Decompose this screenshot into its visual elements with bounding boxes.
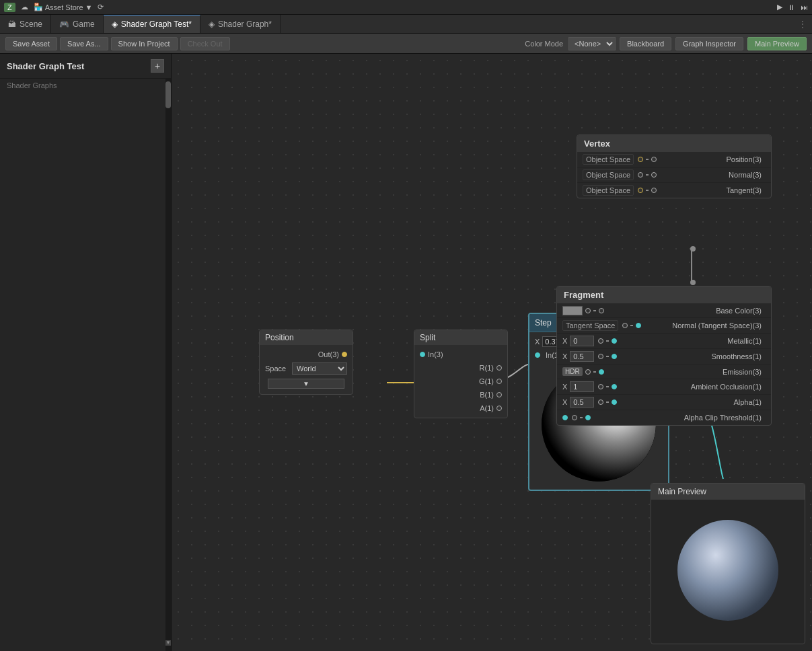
split-g-port[interactable] bbox=[496, 379, 502, 384]
vertex-position-row: Object Space Position(3) bbox=[577, 152, 771, 167]
split-node-body: In(3) R(1) G(1) B(1) A(1) bbox=[414, 345, 507, 418]
vertex-normal-port[interactable] bbox=[651, 172, 657, 178]
color-mode-select[interactable]: <None> bbox=[568, 37, 616, 50]
vertex-normal-space-label: Object Space bbox=[583, 169, 634, 180]
step-in-port[interactable] bbox=[535, 352, 540, 358]
fragment-normal-label: Normal (Tangent Space)(3) bbox=[641, 321, 766, 330]
fragment-smoothness-input[interactable] bbox=[570, 351, 594, 362]
asset-store-button[interactable]: 🏪 Asset Store ▼ bbox=[34, 3, 93, 11]
split-b-port[interactable] bbox=[496, 392, 502, 397]
fragment-alpha-clip-port-left[interactable] bbox=[572, 415, 577, 420]
fragment-metallic-port-left[interactable] bbox=[598, 338, 603, 344]
vertex-tangent-row: Object Space Tangent(3) bbox=[577, 183, 771, 198]
split-a-port[interactable] bbox=[496, 406, 502, 411]
vertex-tangent-port[interactable] bbox=[651, 188, 657, 193]
vertex-position-port-yellow[interactable] bbox=[638, 157, 643, 162]
fragment-metallic-port-line bbox=[598, 338, 617, 344]
fragment-normal-port-left[interactable] bbox=[622, 323, 628, 328]
fragment-smoothness-port-left[interactable] bbox=[598, 354, 603, 359]
fragment-alpha-port-line bbox=[598, 399, 617, 405]
vertex-fragment-connector bbox=[691, 249, 692, 282]
fragment-alpha-port[interactable] bbox=[612, 399, 617, 405]
fragment-alpha-clip-port[interactable] bbox=[585, 415, 591, 420]
fragment-metallic-wire bbox=[606, 340, 609, 342]
position-dropdown-row: ▼ bbox=[260, 376, 353, 391]
graph-canvas[interactable]: Position Out(3) Space World Object View bbox=[172, 54, 812, 651]
fragment-ao-port[interactable] bbox=[612, 384, 617, 389]
split-in-port[interactable] bbox=[420, 352, 425, 357]
sidebar-add-button[interactable]: + bbox=[151, 59, 164, 73]
blackboard-button[interactable]: Blackboard bbox=[620, 37, 671, 50]
fragment-ao-x-label: X bbox=[562, 383, 567, 391]
collab-button[interactable]: ⟳ bbox=[98, 3, 104, 11]
sidebar-scroll-down-arrow[interactable]: ▼ bbox=[165, 640, 171, 646]
fragment-base-color-swatch[interactable] bbox=[562, 306, 583, 315]
save-as-button[interactable]: Save As... bbox=[60, 37, 108, 50]
fragment-base-color-port-left[interactable] bbox=[585, 308, 591, 313]
fragment-emission-label: Emission(3) bbox=[604, 368, 766, 376]
main-preview-button[interactable]: Main Preview bbox=[747, 37, 807, 50]
tab-scene-label: Scene bbox=[20, 20, 42, 29]
tab-shader-graph-test[interactable]: ◈ Shader Graph Test* bbox=[104, 15, 200, 33]
fragment-alpha-label: Alpha(1) bbox=[617, 398, 766, 406]
tabbar-more[interactable]: ⋮ bbox=[793, 15, 812, 33]
play-button[interactable]: ▶ bbox=[777, 3, 782, 11]
sidebar-subtitle: Shader Graphs bbox=[0, 79, 171, 92]
fragment-emission-port-left[interactable] bbox=[585, 369, 591, 375]
vertex-tangent-wire bbox=[646, 190, 649, 191]
split-r-port[interactable] bbox=[496, 365, 502, 371]
fragment-normal-port[interactable] bbox=[636, 323, 641, 328]
vertex-tangent-port-yellow[interactable] bbox=[638, 188, 643, 193]
vertex-connector-dot-top bbox=[690, 246, 696, 252]
position-space-select[interactable]: World Object View bbox=[292, 362, 347, 375]
fragment-alpha-port-left[interactable] bbox=[598, 399, 603, 405]
split-in-label: In(3) bbox=[428, 350, 499, 358]
position-expand-button[interactable]: ▼ bbox=[268, 379, 344, 389]
fragment-alpha-row: X Alpha(1) bbox=[557, 395, 771, 410]
asset-store-label: Asset Store bbox=[45, 3, 83, 11]
sidebar-header: Shader Graph Test + bbox=[0, 54, 171, 79]
fragment-metallic-port[interactable] bbox=[612, 338, 617, 344]
fragment-alpha-clip-row: Alpha Clip Threshold(1) bbox=[557, 410, 771, 425]
fragment-ao-label: Ambient Occlusion(1) bbox=[617, 383, 766, 391]
fragment-emission-row: HDR Emission(3) bbox=[557, 365, 771, 379]
fragment-normal-port-line bbox=[622, 323, 641, 328]
position-node-title: Position bbox=[265, 333, 294, 342]
fragment-base-color-port[interactable] bbox=[599, 308, 604, 313]
game-icon: 🎮 bbox=[59, 20, 69, 29]
tab-game[interactable]: 🎮 Game bbox=[51, 15, 104, 33]
position-space-label: Space bbox=[265, 365, 292, 373]
main-layout: Shader Graph Test + Shader Graphs ▼ bbox=[0, 54, 812, 651]
vertex-normal-port-left[interactable] bbox=[638, 172, 643, 178]
vertex-position-port[interactable] bbox=[651, 157, 657, 162]
tab-scene[interactable]: 🏔 Scene bbox=[0, 15, 51, 33]
fragment-ao-port-left[interactable] bbox=[598, 384, 603, 389]
step-button[interactable]: ⏭ bbox=[801, 3, 808, 11]
fragment-alpha-clip-wire bbox=[580, 417, 583, 418]
position-out-port[interactable] bbox=[342, 352, 347, 357]
fragment-emission-port[interactable] bbox=[599, 369, 604, 375]
save-asset-button[interactable]: Save Asset bbox=[5, 37, 57, 50]
split-b-label: B(1) bbox=[422, 391, 494, 399]
fragment-ao-port-line bbox=[598, 384, 617, 389]
sidebar-scrollbar-thumb[interactable] bbox=[165, 81, 171, 108]
sidebar-scrollbar[interactable]: ▼ bbox=[165, 79, 171, 651]
fragment-metallic-input[interactable] bbox=[570, 336, 594, 346]
check-out-button[interactable]: Check Out bbox=[180, 37, 230, 50]
fragment-hdr-badge: HDR bbox=[562, 367, 583, 376]
fragment-alpha-x-label: X bbox=[562, 398, 567, 406]
fragment-alpha-input[interactable] bbox=[570, 397, 594, 408]
fragment-smoothness-row: X Smoothness(1) bbox=[557, 349, 771, 365]
tab-shader-graph[interactable]: ◈ Shader Graph* bbox=[200, 15, 281, 33]
user-badge[interactable]: Z bbox=[4, 3, 15, 12]
pause-button[interactable]: ⏸ bbox=[788, 3, 795, 11]
fragment-smoothness-port[interactable] bbox=[612, 354, 617, 359]
fragment-node-header: Fragment bbox=[557, 286, 771, 303]
split-b-row: B(1) bbox=[414, 388, 507, 401]
fragment-ao-input[interactable] bbox=[570, 381, 594, 392]
graph-inspector-button[interactable]: Graph Inspector bbox=[675, 37, 743, 50]
show-in-project-button[interactable]: Show In Project bbox=[111, 37, 178, 50]
split-node-header: Split bbox=[414, 330, 507, 345]
cloud-button[interactable]: ☁ bbox=[21, 3, 28, 11]
fragment-alpha-clip-highlight bbox=[562, 415, 568, 420]
